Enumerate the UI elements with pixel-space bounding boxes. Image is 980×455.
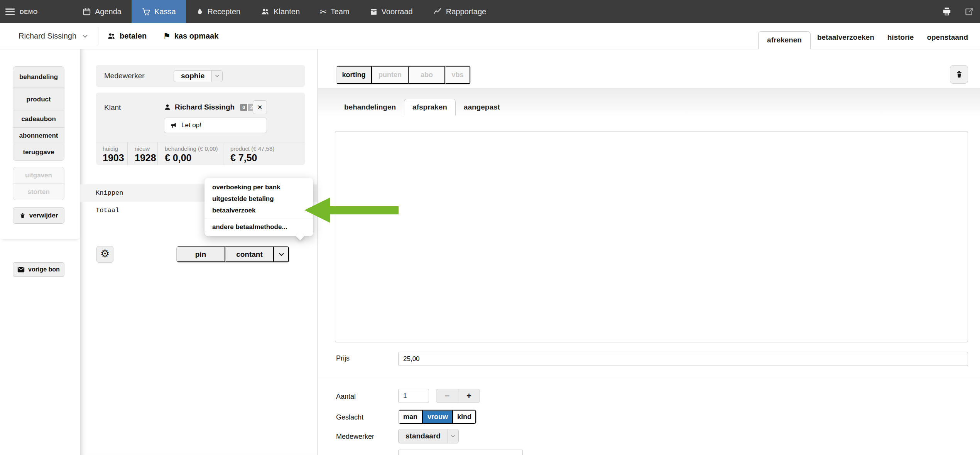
remove-klant-button[interactable]: × [253, 100, 267, 114]
clear-button[interactable] [950, 65, 968, 84]
chart-line-icon [433, 7, 442, 16]
punten-button[interactable]: punten [372, 66, 409, 84]
vbs-button[interactable]: vbs [445, 66, 470, 84]
decrement-button[interactable]: − [436, 389, 458, 403]
abo-button[interactable]: abo [409, 66, 445, 84]
stat-label: product (€ 47,58) [230, 145, 305, 152]
tab-aangepast[interactable]: aangepast [456, 99, 508, 115]
medewerker-dropdown[interactable]: sophie [174, 70, 223, 82]
people-icon [260, 7, 270, 16]
klant-name-row: Richard Sissingh 02 [164, 100, 255, 114]
kas-opmaak-button[interactable]: ⚑ kas opmaak [163, 32, 218, 40]
nav-item-recepten[interactable]: Recepten [186, 0, 251, 23]
detail-medewerker-label: Medewerker [336, 433, 374, 441]
klant-box: Klant Richard Sissingh 02 × Let op! huid… [96, 93, 305, 165]
stat-value: € 0,00 [165, 152, 223, 163]
tab-openstaand[interactable]: openstaand [920, 29, 975, 46]
increment-button[interactable]: + [458, 389, 480, 403]
sidebar-item-cadeaubon[interactable]: cadeaubon [13, 111, 64, 128]
settings-button[interactable]: ⚙ [96, 246, 113, 263]
people-icon [107, 32, 116, 40]
vorige-bon-button[interactable]: vorige bon [13, 262, 64, 277]
korting-button[interactable]: korting [336, 66, 372, 84]
brand-label: DEMO [20, 8, 38, 15]
share-icon [964, 7, 975, 17]
section-divider [318, 377, 980, 377]
stat-value: 1903 [103, 152, 127, 163]
geslacht-man[interactable]: man [399, 410, 423, 424]
nav-label: Team [331, 7, 350, 16]
nav-item-rapportage[interactable]: Rapportage [423, 0, 497, 23]
menu-item-overboeking[interactable]: overboeking per bank [204, 182, 313, 193]
menu-item-andere-betaalmethode[interactable]: andere betaalmethode... [204, 221, 313, 233]
stat-behandeling: behandeling (€ 0,00) € 0,00 [157, 142, 223, 165]
afspraken-content-box[interactable] [335, 131, 968, 342]
detail-medewerker-value: standaard [399, 429, 448, 443]
tab-afrekenen[interactable]: afrekenen [758, 31, 811, 49]
stat-huidig: huidig 1903 [96, 142, 127, 165]
pin-button[interactable]: pin [177, 246, 225, 262]
next-field-partial[interactable] [398, 450, 523, 455]
cash-actions-group: uitgaven storten [13, 167, 64, 200]
tab-label: afspraken [412, 103, 447, 111]
nav-label: Kassa [154, 7, 176, 16]
main-nav: Agenda Kassa Recepten Klanten ✂ Team Voo… [73, 0, 496, 23]
export-button[interactable] [964, 7, 975, 17]
verwijder-button[interactable]: verwijder [13, 207, 64, 224]
aantal-stepper: − + [436, 389, 480, 403]
droplet-icon [196, 7, 204, 16]
prijs-input[interactable] [398, 352, 968, 366]
sidebar-item-behandeling[interactable]: behandeling [13, 66, 64, 88]
sale-type-sidebar: behandeling product cadeaubon abonnement… [0, 49, 80, 239]
verwijder-label: verwijder [29, 212, 58, 219]
kassa-toolbar: Richard Sissingh betalen ⚑ kas opmaak af… [0, 23, 980, 49]
payment-buttons: pin contant [176, 246, 289, 263]
detail-medewerker-dropdown[interactable]: standaard [398, 429, 459, 443]
sidebar-item-uitgaven[interactable]: uitgaven [13, 167, 64, 184]
nav-item-voorraad[interactable]: Voorraad [360, 0, 423, 23]
nav-item-klanten[interactable]: Klanten [250, 0, 310, 23]
stat-product: product (€ 47,58) € 7,50 [223, 142, 305, 165]
contant-button[interactable]: contant [225, 246, 274, 262]
sidebar-item-product[interactable]: product [13, 88, 64, 111]
tab-label: betaalverzoeken [817, 33, 874, 42]
brand-area: DEMO [0, 0, 62, 23]
betalen-label: betalen [120, 32, 147, 40]
tab-behandelingen[interactable]: behandelingen [336, 99, 404, 115]
chevron-down-icon [448, 429, 458, 443]
user-selector[interactable]: Richard Sissingh [19, 32, 88, 40]
nav-item-kassa[interactable]: Kassa [132, 0, 186, 23]
tab-betaalverzoeken[interactable]: betaalverzoeken [811, 29, 881, 46]
geslacht-vrouw[interactable]: vrouw [423, 410, 453, 424]
payment-methods-dropdown-button[interactable] [274, 246, 289, 262]
view-tabs: afrekenen betaalverzoeken historie opens… [758, 23, 980, 49]
megaphone-icon [170, 122, 177, 129]
menu-item-uitgestelde-betaling[interactable]: uitgestelde betaling [204, 193, 313, 205]
nav-label: Rapportage [446, 7, 487, 16]
nav-item-agenda[interactable]: Agenda [73, 0, 132, 23]
order-line-label: Knippen [96, 189, 123, 197]
sidebar-item-storten[interactable]: storten [13, 184, 64, 200]
geslacht-kind[interactable]: kind [453, 410, 476, 424]
nav-label: Agenda [95, 7, 122, 16]
scissors-icon: ✂ [320, 8, 327, 16]
cart-icon [142, 7, 150, 16]
aantal-input[interactable] [398, 389, 429, 403]
nav-item-team[interactable]: ✂ Team [310, 0, 360, 23]
menu-item-betaalverzoek[interactable]: betaalverzoek [204, 205, 313, 216]
tab-afspraken[interactable]: afspraken [404, 99, 456, 115]
archive-box-icon [370, 8, 378, 16]
divider [98, 27, 98, 45]
user-name: Richard Sissingh [19, 32, 76, 40]
gear-icon: ⚙ [100, 249, 110, 259]
sidebar-item-abonnement[interactable]: abonnement [13, 127, 64, 144]
let-op-button[interactable]: Let op! [164, 118, 267, 133]
betalen-button[interactable]: betalen [107, 32, 147, 40]
geslacht-segmented-control: man vrouw kind [398, 410, 476, 424]
menu-icon[interactable] [5, 7, 15, 17]
print-button[interactable] [941, 7, 952, 17]
medewerker-value: sophie [174, 71, 211, 82]
tab-historie[interactable]: historie [881, 29, 921, 46]
sidebar-item-teruggave[interactable]: teruggave [13, 144, 64, 161]
geslacht-label: Geslacht [336, 413, 363, 421]
